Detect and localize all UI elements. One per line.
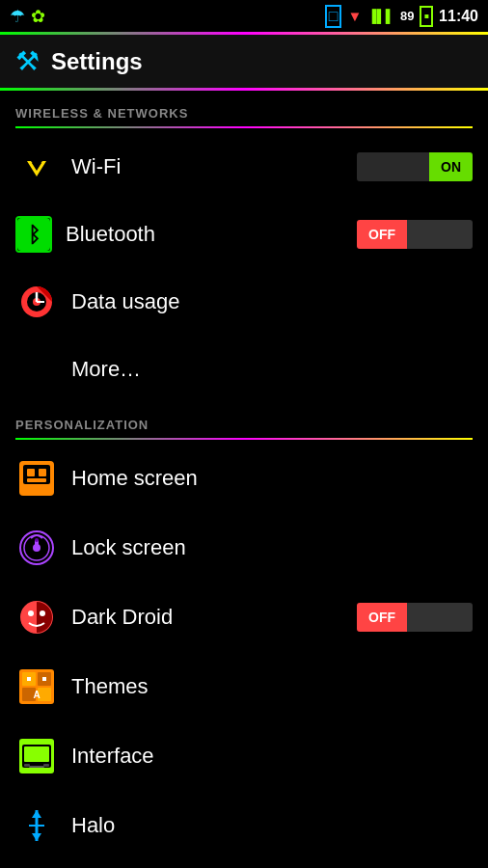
svg-point-24: [40, 610, 45, 616]
halo-label: Halo: [58, 813, 473, 838]
battery-level: 89: [400, 9, 414, 23]
bluetooth-toggle[interactable]: OFF: [357, 220, 473, 249]
settings-item-datausage[interactable]: Data usage: [0, 267, 488, 337]
svg-rect-37: [43, 764, 49, 767]
darkdroid-label: Dark Droid: [58, 605, 357, 630]
wifi-toggle-on[interactable]: ON: [429, 152, 473, 181]
darkdroid-toggle-off[interactable]: OFF: [357, 603, 407, 632]
svg-text:A: A: [33, 690, 40, 700]
box-icon: □: [325, 5, 342, 28]
page-title: Settings: [51, 48, 143, 75]
svg-rect-30: [27, 677, 31, 681]
svg-rect-36: [24, 764, 30, 767]
section-wireless-label: WIRELESS & NETWORKS: [0, 91, 488, 126]
settings-header-icon: ⚒: [15, 45, 40, 77]
settings-item-more[interactable]: More…: [0, 337, 488, 402]
wifi-toggle[interactable]: ON: [357, 152, 473, 181]
svg-marker-40: [32, 810, 41, 818]
wifi-icon: [15, 146, 58, 188]
homescreen-icon: [15, 457, 58, 500]
halo-icon: [15, 804, 58, 847]
datausage-label: Data usage: [58, 289, 473, 314]
wifi-label: Wi-Fi: [58, 154, 357, 179]
svg-rect-31: [42, 677, 46, 681]
settings-item-themes[interactable]: A Themes: [0, 652, 488, 721]
section-personalization: PERSONALIZATION Home screen: [0, 402, 488, 860]
more-label: More…: [71, 357, 473, 382]
datausage-icon: [15, 281, 58, 323]
bluetooth-toggle-off[interactable]: OFF: [357, 220, 407, 249]
battery-icon: ▪: [420, 6, 433, 27]
settings-item-bluetooth[interactable]: ᛒ Bluetooth OFF: [0, 202, 488, 267]
svg-point-23: [28, 610, 34, 616]
settings-item-darkdroid[interactable]: Dark Droid OFF: [0, 583, 488, 652]
section-personalization-label: PERSONALIZATION: [0, 402, 488, 438]
svg-text:ᛒ: ᛒ: [28, 223, 41, 247]
status-time: 11:40: [439, 8, 478, 25]
section-wireless-divider: [15, 126, 473, 128]
section-personalization-divider: [15, 438, 473, 440]
svg-rect-15: [31, 486, 42, 490]
bars-icon: ▐▌▌: [367, 9, 394, 23]
darkdroid-icon: [15, 596, 58, 638]
settings-item-lockscreen[interactable]: Lock screen: [0, 513, 488, 583]
themes-icon: A: [15, 665, 58, 708]
svg-rect-16: [29, 490, 44, 493]
settings-item-halo[interactable]: Halo: [0, 791, 488, 860]
section-wireless: WIRELESS & NETWORKS Wi-Fi ON ᛒ Bluetooth…: [0, 91, 488, 402]
interface-icon: [15, 735, 58, 777]
bluetooth-icon: ᛒ: [15, 216, 52, 253]
svg-rect-14: [27, 478, 46, 482]
homescreen-label: Home screen: [58, 466, 473, 491]
svg-rect-12: [27, 469, 35, 476]
settings-item-homescreen[interactable]: Home screen: [0, 444, 488, 513]
status-right-icons: □ ▼ ▐▌▌ 89 ▪ 11:40: [325, 5, 478, 28]
svg-marker-41: [32, 833, 41, 841]
svg-rect-35: [24, 746, 49, 762]
darkdroid-toggle[interactable]: OFF: [357, 603, 473, 632]
interface-label: Interface: [58, 744, 473, 769]
svg-rect-13: [39, 469, 46, 476]
lockscreen-icon: [15, 527, 58, 569]
settings-item-interface[interactable]: Interface: [0, 721, 488, 791]
settings-item-wifi[interactable]: Wi-Fi ON: [0, 132, 488, 202]
fan-icon: ✿: [31, 6, 45, 27]
signal-icon: ▼: [347, 8, 362, 24]
bluetooth-label: Bluetooth: [52, 222, 357, 247]
svg-rect-38: [29, 766, 44, 768]
umbrella-icon: ☂: [10, 6, 25, 27]
lockscreen-label: Lock screen: [58, 535, 473, 560]
svg-rect-21: [35, 538, 39, 542]
app-header: ⚒ Settings: [0, 35, 488, 91]
status-left-icons: ☂ ✿: [10, 6, 45, 27]
status-bar: ☂ ✿ □ ▼ ▐▌▌ 89 ▪ 11:40: [0, 0, 488, 35]
themes-label: Themes: [58, 674, 473, 699]
